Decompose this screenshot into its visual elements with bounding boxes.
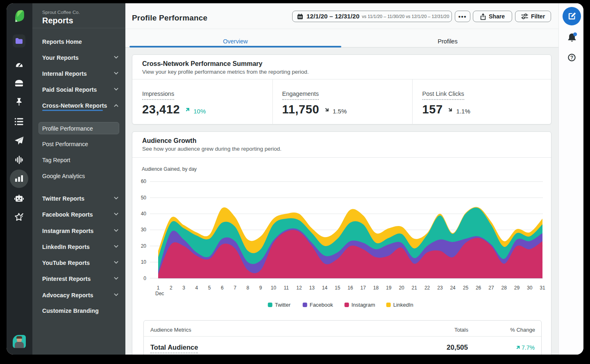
- svg-text:13: 13: [309, 285, 315, 291]
- svg-text:18: 18: [373, 285, 379, 291]
- svg-text:Dec: Dec: [155, 291, 164, 296]
- svg-text:1: 1: [157, 285, 160, 291]
- svg-text:26: 26: [476, 285, 481, 291]
- svg-text:28: 28: [502, 285, 507, 291]
- svg-text:9: 9: [259, 285, 262, 291]
- svg-text:Facebook: Facebook: [310, 302, 334, 308]
- svg-text:11: 11: [284, 285, 289, 291]
- svg-text:30: 30: [527, 285, 533, 291]
- svg-text:50: 50: [141, 195, 147, 201]
- svg-text:Twitter: Twitter: [275, 302, 291, 308]
- svg-text:31: 31: [540, 285, 545, 291]
- svg-text:10: 10: [141, 259, 147, 265]
- svg-text:14: 14: [322, 285, 328, 291]
- svg-text:8: 8: [247, 285, 250, 291]
- svg-text:40: 40: [141, 211, 147, 217]
- svg-text:17: 17: [361, 285, 366, 291]
- svg-text:30: 30: [141, 227, 147, 233]
- svg-text:5: 5: [208, 285, 211, 291]
- svg-text:4: 4: [195, 285, 198, 291]
- svg-text:27: 27: [488, 285, 494, 291]
- svg-text:0: 0: [143, 276, 146, 281]
- svg-text:12: 12: [296, 285, 302, 291]
- svg-text:LinkedIn: LinkedIn: [393, 302, 413, 308]
- svg-text:60: 60: [141, 179, 147, 184]
- svg-text:16: 16: [347, 285, 353, 291]
- svg-text:23: 23: [437, 285, 443, 291]
- svg-text:21: 21: [412, 285, 418, 291]
- svg-text:6: 6: [221, 285, 224, 291]
- svg-text:2: 2: [170, 285, 172, 291]
- svg-text:15: 15: [335, 285, 340, 291]
- svg-text:10: 10: [271, 285, 277, 291]
- svg-text:22: 22: [424, 285, 430, 291]
- svg-text:7: 7: [234, 285, 236, 291]
- svg-text:Instagram: Instagram: [352, 302, 375, 308]
- svg-text:24: 24: [450, 285, 456, 291]
- svg-text:19: 19: [386, 285, 392, 291]
- svg-text:20: 20: [141, 243, 147, 249]
- svg-text:3: 3: [182, 285, 185, 291]
- svg-text:?: ?: [570, 55, 574, 61]
- svg-text:29: 29: [514, 285, 520, 291]
- svg-text:20: 20: [399, 285, 404, 291]
- svg-text:25: 25: [463, 285, 469, 291]
